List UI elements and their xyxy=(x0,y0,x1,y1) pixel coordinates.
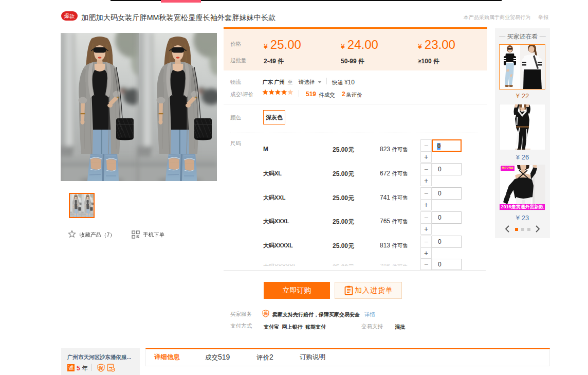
svg-text:保: 保 xyxy=(263,311,268,316)
svg-text:保: 保 xyxy=(98,365,104,370)
